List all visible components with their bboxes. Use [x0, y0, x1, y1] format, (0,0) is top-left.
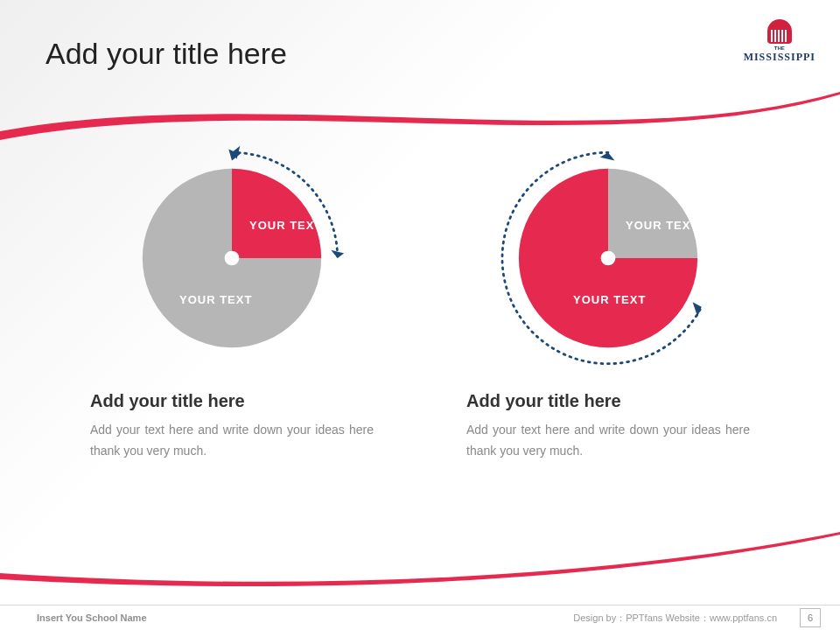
footer-school: Insert You School Name	[37, 612, 147, 623]
pie-right: YOUR TEXT YOUR TEXT	[494, 144, 722, 372]
charts-row: YOUR TEXT YOUR TEXT Add your title here …	[0, 144, 840, 462]
pie-left: YOUR TEXT YOUR TEXT	[118, 144, 346, 372]
university-logo: THE MISSISSIPPI	[744, 19, 816, 64]
slice-label-b: YOUR TEXT	[179, 293, 252, 308]
footer-credit: Design by：PPTfans Website：www.pptfans.cn	[573, 612, 777, 625]
logo-text: MISSISSIPPI	[744, 51, 816, 64]
page-number: 6	[800, 608, 821, 627]
page-title: Add your title here	[46, 37, 287, 71]
chart-right: YOUR TEXT YOUR TEXT Add your title here …	[459, 144, 757, 462]
logo-dome-icon	[767, 19, 792, 44]
slide: Add your title here THE MISSISSIPPI	[0, 0, 840, 630]
chart-left-desc: Add your text here and write down your i…	[90, 420, 374, 462]
slice-label-d: YOUR TEXT	[573, 293, 646, 308]
slice-label-c: YOUR TEXT	[626, 219, 698, 234]
chart-left-title: Add your title here	[90, 391, 245, 411]
chart-right-title: Add your title here	[466, 391, 621, 411]
footer: Insert You School Name Design by：PPTfans…	[0, 605, 840, 630]
svg-marker-0	[331, 250, 344, 258]
swoosh-top	[0, 79, 840, 149]
chart-left: YOUR TEXT YOUR TEXT Add your title here …	[83, 144, 381, 462]
svg-point-3	[225, 251, 240, 266]
chart-right-desc: Add your text here and write down your i…	[466, 420, 750, 462]
svg-point-6	[601, 251, 616, 266]
slice-label-a: YOUR TEXT	[249, 219, 322, 234]
swoosh-bottom	[0, 525, 840, 595]
svg-marker-4	[693, 302, 702, 317]
